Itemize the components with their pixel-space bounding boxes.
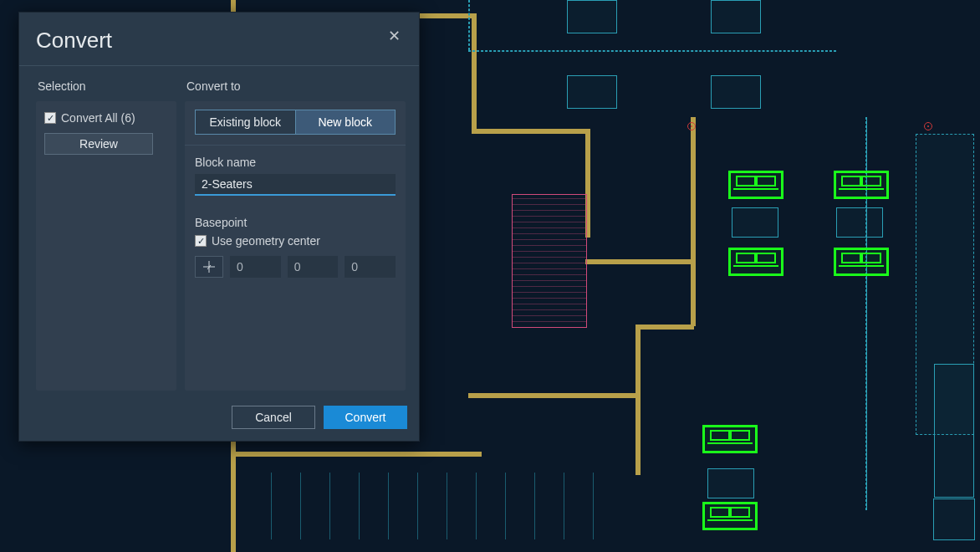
use-geometry-center-label: Use geometry center (212, 234, 320, 248)
selected-block[interactable] (834, 171, 889, 199)
dialog-title: Convert (36, 28, 112, 54)
basepoint-x-input[interactable]: 0 (230, 256, 281, 278)
convert-to-section-label: Convert to (185, 78, 406, 101)
convert-dialog: Convert ✕ Selection ✓ Convert All (6) Re… (18, 12, 420, 442)
dialog-header: Convert ✕ (19, 13, 419, 66)
selection-panel: ✓ Convert All (6) Review (36, 101, 176, 391)
cancel-button[interactable]: Cancel (232, 406, 315, 429)
convert-to-tabs: Existing block New block (195, 110, 396, 135)
selected-block[interactable] (728, 248, 783, 276)
block-name-input[interactable] (195, 174, 396, 196)
selected-block[interactable] (702, 502, 758, 530)
convert-all-label: Convert All (6) (61, 111, 135, 125)
use-geometry-center-checkbox[interactable]: ✓ (195, 235, 207, 247)
convert-all-checkbox-row[interactable]: ✓ Convert All (6) (44, 111, 168, 125)
crosshair-icon (202, 260, 216, 273)
close-button[interactable]: ✕ (385, 28, 402, 44)
selection-section-label: Selection (36, 78, 176, 101)
pick-point-button[interactable] (195, 256, 223, 278)
basepoint-z-input[interactable]: 0 (345, 256, 396, 278)
use-geometry-center-row[interactable]: ✓ Use geometry center (195, 234, 396, 248)
tab-new-block[interactable]: New block (296, 110, 396, 134)
selected-block[interactable] (728, 171, 783, 199)
divider (185, 145, 406, 146)
block-name-label: Block name (195, 156, 396, 169)
convert-to-panel: Existing block New block Block name Base… (185, 101, 406, 391)
dialog-footer: Cancel Convert (19, 396, 419, 441)
basepoint-label: Basepoint (195, 216, 396, 229)
tab-existing-block[interactable]: Existing block (196, 110, 296, 134)
selected-block[interactable] (702, 425, 758, 453)
selected-block[interactable] (834, 248, 889, 276)
basepoint-y-input[interactable]: 0 (288, 256, 339, 278)
review-button[interactable]: Review (44, 133, 153, 155)
convert-all-checkbox[interactable]: ✓ (44, 112, 56, 124)
convert-button[interactable]: Convert (324, 406, 407, 429)
